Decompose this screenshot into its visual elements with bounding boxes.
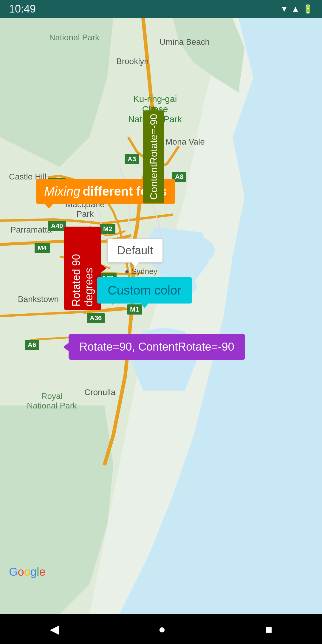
g-red: o <box>18 566 24 578</box>
status-bar: 10:49 ▼ ▲ 🔋 <box>0 0 322 18</box>
g-blue: G <box>9 566 18 578</box>
road-badge-a6: A6 <box>25 340 39 350</box>
back-button[interactable]: ◀ <box>38 619 71 639</box>
marker-rotate-content[interactable]: Rotate=90, ContentRotate=-90 <box>69 334 245 360</box>
recent-button[interactable]: ■ <box>253 620 284 639</box>
custom-color-text: Custom color <box>108 283 181 297</box>
rotated-text: Rotated 90 degrees <box>70 230 95 306</box>
default-text: Default <box>117 244 153 257</box>
road-badge-m2: M2 <box>100 224 115 234</box>
g-yellow: o <box>24 566 30 578</box>
marker-content-rotate[interactable]: ContentRotate=-90 <box>143 110 164 203</box>
marker-default[interactable]: Default <box>107 239 163 263</box>
road-badge-a40: A40 <box>48 221 66 231</box>
marker-custom-color[interactable]: Custom color <box>97 277 192 304</box>
road-badge-m1: M1 <box>127 304 142 315</box>
road-badge-a36: A36 <box>87 313 105 323</box>
rotate-content-text: Rotate=90, ContentRotate=-90 <box>79 340 234 353</box>
g-blue2: g <box>30 566 37 578</box>
home-button[interactable]: ● <box>146 620 177 639</box>
status-time: 10:49 <box>9 3 36 15</box>
nav-bar: ◀ ● ■ <box>0 614 322 644</box>
google-logo: Google <box>9 566 46 578</box>
marker-rotated-90[interactable]: Rotated 90 degrees <box>64 227 101 310</box>
g-red2: e <box>39 566 45 578</box>
mixing-italic-text: Mixing <box>44 184 80 199</box>
signal-icon: ▲ <box>291 4 300 14</box>
map-container[interactable]: National Park Umina Beach Brooklyn Ku-ri… <box>0 18 322 614</box>
road-badge-m4: M4 <box>35 243 50 253</box>
battery-icon: 🔋 <box>303 4 313 14</box>
wifi-icon: ▼ <box>280 4 289 14</box>
status-icons: ▼ ▲ 🔋 <box>280 4 313 14</box>
content-rotate-text: ContentRotate=-90 <box>148 114 160 200</box>
road-badge-a3: A3 <box>125 154 139 164</box>
